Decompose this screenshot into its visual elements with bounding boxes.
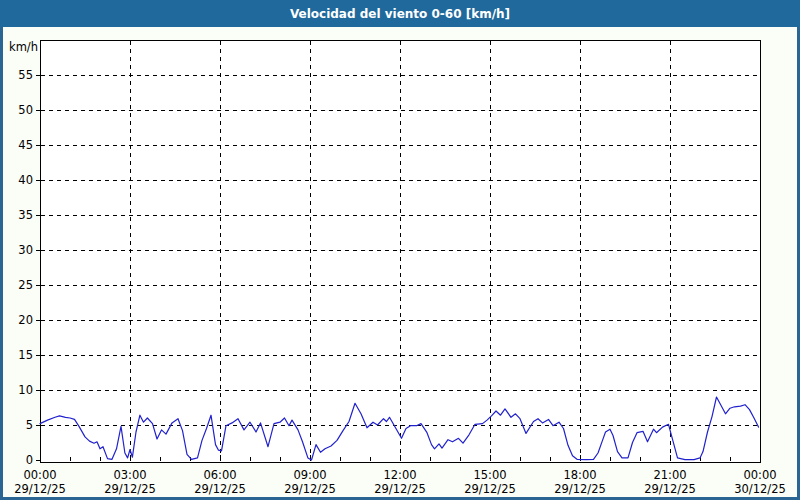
x-axis-time-label: 09:00 <box>293 468 326 482</box>
y-axis-tick-label: 35 <box>18 208 33 222</box>
wind-speed-chart: 0510152025303540455055km/h00:0029/12/250… <box>0 0 800 500</box>
y-axis-tick-label: 0 <box>26 453 33 467</box>
y-axis-tick-label: 40 <box>18 173 33 187</box>
y-axis-tick-label: 55 <box>18 68 33 82</box>
y-axis-tick-label: 10 <box>18 383 33 397</box>
y-axis-tick-label: 15 <box>18 348 33 362</box>
x-axis-time-label: 21:00 <box>653 468 686 482</box>
x-axis-time-label: 06:00 <box>203 468 236 482</box>
y-axis-tick-label: 50 <box>18 103 33 117</box>
y-axis-tick-label: 25 <box>18 278 33 292</box>
x-axis-time-label: 15:00 <box>473 468 506 482</box>
x-axis-date-label: 30/12/25 <box>734 482 786 496</box>
x-axis-date-label: 29/12/25 <box>374 482 426 496</box>
x-axis-date-label: 29/12/25 <box>14 482 66 496</box>
x-axis-date-label: 29/12/25 <box>554 482 606 496</box>
x-axis-date-label: 29/12/25 <box>104 482 156 496</box>
header-bar: Velocidad del viento 0-60 [km/h] <box>0 0 800 27</box>
x-axis-date-label: 29/12/25 <box>284 482 336 496</box>
y-axis-tick-label: 45 <box>18 138 33 152</box>
x-axis-date-label: 29/12/25 <box>644 482 696 496</box>
y-axis-unit-label: km/h <box>9 40 38 54</box>
page-title: Velocidad del viento 0-60 [km/h] <box>290 7 510 21</box>
x-axis-time-label: 03:00 <box>113 468 146 482</box>
x-axis-date-label: 29/12/25 <box>464 482 516 496</box>
x-axis-time-label: 18:00 <box>563 468 596 482</box>
y-axis-tick-label: 30 <box>18 243 33 257</box>
y-axis-tick-label: 5 <box>26 418 33 432</box>
x-axis-time-label: 00:00 <box>743 468 776 482</box>
x-axis-time-label: 12:00 <box>383 468 416 482</box>
y-axis-tick-label: 20 <box>18 313 33 327</box>
wind-chart-page: 0510152025303540455055km/h00:0029/12/250… <box>0 0 800 500</box>
x-axis-time-label: 00:00 <box>23 468 56 482</box>
x-axis-date-label: 29/12/25 <box>194 482 246 496</box>
